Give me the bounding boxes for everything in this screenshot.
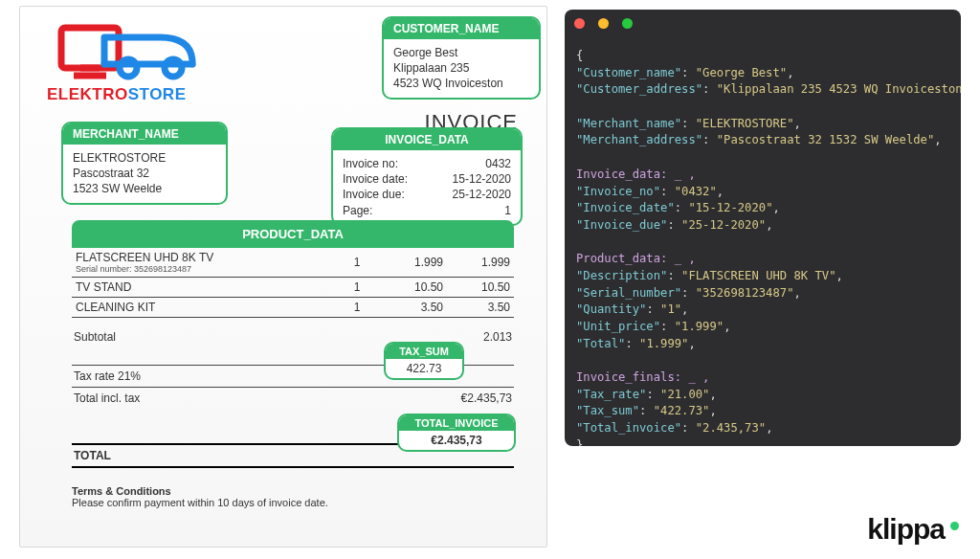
window-controls	[565, 10, 961, 44]
customer-addr2: 4523 WQ Invoiceston	[393, 76, 529, 91]
brand-logo: klippa	[867, 513, 959, 546]
table-row: CLEANING KIT 1 3.50 3.50	[72, 298, 514, 318]
products-region: PRODUCT_DATA FLATSCREEN UHD 8K TVSerial …	[72, 220, 514, 318]
close-icon[interactable]	[574, 18, 585, 29]
merchant-name: ELEKTROSTORE	[73, 150, 216, 166]
total-invoice-box: TOTAL_INVOICE €2.435,73	[397, 414, 516, 452]
maximize-icon[interactable]	[622, 18, 633, 29]
merchant-logo: ELEKTROSTORE	[47, 20, 248, 116]
invoice-data-title: INVOICE_DATA	[333, 129, 521, 150]
tax-sum-box: TAX_SUM 422.73	[384, 342, 464, 380]
terms-head: Terms & Conditions	[72, 485, 171, 497]
merchant-box: MERCHANT_NAME ELEKTROSTORE Pascostraat 3…	[61, 122, 228, 205]
product-box-title: PRODUCT_DATA	[72, 220, 514, 248]
customer-box: CUSTOMER_NAME George Best Klippalaan 235…	[382, 16, 541, 100]
product-table: FLATSCREEN UHD 8K TVSerial number: 35269…	[72, 248, 514, 318]
svg-point-4	[120, 59, 137, 77]
table-row: FLATSCREEN UHD 8K TVSerial number: 35269…	[72, 248, 514, 278]
brand-dot-icon	[950, 522, 959, 530]
minimize-icon[interactable]	[598, 18, 609, 29]
customer-addr1: Klippalaan 235	[393, 60, 529, 76]
merchant-box-title: MERCHANT_NAME	[63, 123, 226, 145]
invoice-data-box: INVOICE_DATA Invoice no:0432 Invoice dat…	[331, 127, 523, 226]
invoice-document: ELEKTROSTORE INVOICE CUSTOMER_NAME Georg…	[19, 6, 547, 548]
customer-name: George Best	[393, 45, 529, 60]
merchant-addr2: 1523 SW Weelde	[73, 181, 216, 196]
merchant-addr1: Pascostraat 32	[73, 166, 216, 181]
svg-point-5	[165, 59, 182, 77]
code-panel: { "Customer_name": "George Best", "Custo…	[565, 10, 961, 446]
json-output: { "Customer_name": "George Best", "Custo…	[565, 44, 961, 446]
terms: Terms & Conditions Please confirm paymen…	[72, 485, 328, 508]
terms-body: Please confirm payment within 10 days of…	[72, 497, 328, 508]
table-row: TV STAND 1 10.50 10.50	[72, 278, 514, 298]
customer-box-title: CUSTOMER_NAME	[384, 18, 539, 39]
merchant-logo-text: ELEKTROSTORE	[47, 85, 248, 104]
